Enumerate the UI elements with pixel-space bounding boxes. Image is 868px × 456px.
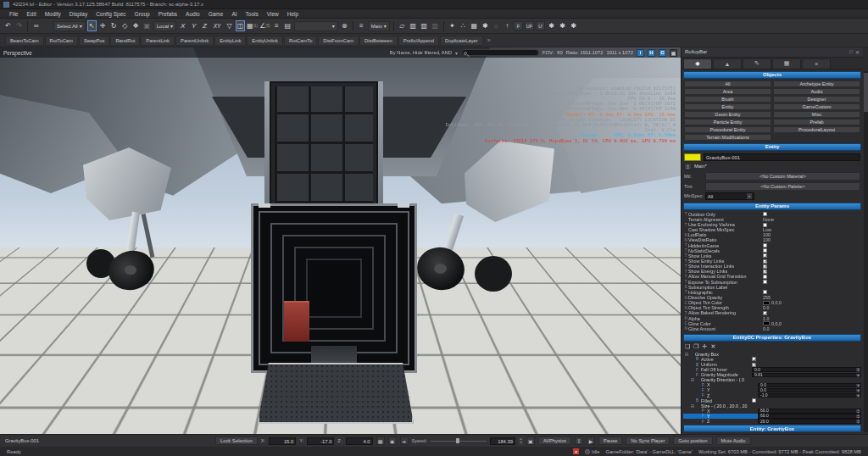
- clear-selection-icon[interactable]: ⊗: [340, 20, 349, 31]
- property-value-field[interactable]: 0.0▲▼: [758, 388, 861, 392]
- pause-physics-icon[interactable]: ||: [575, 437, 583, 445]
- menu-item[interactable]: File: [5, 11, 22, 17]
- param-value[interactable]: 0,0,0: [771, 300, 782, 305]
- menu-item[interactable]: View: [263, 11, 283, 17]
- link-icon[interactable]: ∞: [31, 20, 41, 31]
- property-value-field[interactable]: 0.0▲▼: [758, 383, 861, 387]
- param-checkbox[interactable]: [763, 259, 767, 264]
- utility-button[interactable]: DistFromCam: [318, 36, 359, 46]
- object-type-button[interactable]: Procedural Entity: [684, 126, 771, 133]
- step-physics-icon[interactable]: ▶: [587, 437, 595, 445]
- menu-item[interactable]: Edit: [22, 11, 40, 17]
- param-checkbox[interactable]: [763, 243, 767, 247]
- axis-x-button[interactable]: X: [178, 21, 187, 31]
- z-coord-field[interactable]: 4.0: [346, 437, 373, 445]
- param-value[interactable]: 0,0,0: [771, 321, 782, 326]
- object-type-button[interactable]: Particle Entity: [684, 119, 771, 125]
- param-checkbox[interactable]: [763, 270, 767, 274]
- y-coord-field[interactable]: -17.0: [307, 437, 334, 445]
- minspec-dropdown[interactable]: All▾: [705, 192, 754, 200]
- grid-tool-icon[interactable]: ▦: [470, 20, 479, 31]
- export-level-icon[interactable]: ▥: [431, 20, 440, 31]
- particle-tool-icon[interactable]: ∴: [459, 20, 468, 31]
- param-checkbox[interactable]: [763, 311, 767, 315]
- named-selection-dropdown[interactable]: ▾: [294, 21, 338, 31]
- object-type-button[interactable]: Geom Entity: [684, 111, 771, 118]
- f-mode-button[interactable]: F: [514, 21, 523, 31]
- object-type-button[interactable]: Designer: [773, 96, 860, 103]
- snap-terrain-icon[interactable]: ▽: [225, 20, 234, 31]
- coordinate-space-dropdown[interactable]: Local▾: [153, 21, 176, 31]
- object-type-button[interactable]: Misc: [773, 111, 860, 118]
- settings-gear2-icon[interactable]: ✱: [558, 20, 567, 31]
- align-icon[interactable]: ≡: [272, 20, 281, 31]
- u-mode-button[interactable]: U': [536, 21, 545, 31]
- menu-item[interactable]: Display: [65, 11, 92, 17]
- custom-material-button[interactable]: <No Custom Material>: [705, 172, 860, 181]
- utility-button[interactable]: EntityLink: [214, 36, 246, 46]
- collapse-all-icon[interactable]: ✕: [710, 343, 715, 350]
- save-level-icon[interactable]: ▥: [409, 20, 418, 31]
- viewport-search-input[interactable]: [469, 50, 537, 55]
- object-type-button[interactable]: Prefab: [773, 119, 860, 125]
- x-coord-field[interactable]: 15.0: [269, 437, 296, 445]
- viewport-3d-scene[interactable]: QA Service: enabled (build 8117575)Zone:…: [0, 47, 681, 434]
- object-type-button[interactable]: Terrain Modifications: [684, 134, 771, 141]
- param-checkbox[interactable]: [763, 253, 767, 258]
- menu-item[interactable]: Config Spec: [92, 11, 130, 17]
- menu-item[interactable]: Tools: [242, 11, 263, 17]
- lock-axis-icon[interactable]: ◉: [388, 437, 397, 445]
- save-layer-icon[interactable]: ▥: [420, 20, 429, 31]
- key-tool-icon[interactable]: ✦: [448, 20, 457, 31]
- param-checkbox[interactable]: [763, 248, 767, 253]
- utility-button[interactable]: Prefix/Append: [398, 36, 439, 46]
- speed-spinner[interactable]: ▲▼: [519, 437, 523, 445]
- info-toggle-button[interactable]: i: [637, 49, 644, 57]
- tab-terrain[interactable]: ▲: [713, 58, 742, 69]
- entity-footer-header[interactable]: Entity: GravityBox: [683, 425, 861, 432]
- simulate-icon[interactable]: ❖: [131, 20, 141, 31]
- property-value-field[interactable]: 20.0▲▼: [758, 419, 861, 423]
- terminal-icon[interactable]: ▣: [526, 437, 535, 445]
- param-color-swatch[interactable]: [763, 321, 770, 325]
- angle-snap-icon[interactable]: ∠(5): [259, 20, 270, 31]
- selection-mode-dropdown[interactable]: Select All▾: [53, 21, 86, 31]
- close-icon[interactable]: ✕: [855, 49, 860, 55]
- menu-item[interactable]: Group: [131, 11, 154, 17]
- resolution-label[interactable]: 1911 x 1072: [607, 50, 633, 55]
- paste-params-icon[interactable]: ❐: [693, 343, 698, 350]
- follow-terrain-icon[interactable]: ➔: [400, 437, 409, 445]
- objects-section-header[interactable]: Objects: [683, 71, 861, 79]
- unlink-icon[interactable]: [42, 20, 52, 31]
- speed-slider[interactable]: [431, 437, 487, 444]
- speed-slider-thumb[interactable]: [456, 438, 459, 443]
- layer-icon[interactable]: ≡: [684, 163, 692, 170]
- grid-toggle-icon[interactable]: ▦: [376, 437, 385, 445]
- param-value[interactable]: 1.0: [763, 316, 770, 321]
- utility-button[interactable]: DistBetween: [359, 36, 398, 46]
- scrollbar-thumb[interactable]: [864, 73, 868, 112]
- property-value-field[interactable]: 0.0▲▼: [752, 367, 861, 371]
- param-value[interactable]: 0.0: [763, 305, 770, 310]
- grid-snap-icon[interactable]: ▦(1): [247, 20, 258, 31]
- axis-y-button[interactable]: Y: [189, 21, 198, 31]
- pin-icon[interactable]: □: [849, 49, 853, 55]
- tab-layers[interactable]: ≡: [802, 58, 831, 69]
- utility-button[interactable]: ParentUnlink: [175, 36, 214, 46]
- menu-item[interactable]: AI: [227, 11, 241, 17]
- object-type-button[interactable]: Archetype Entity: [773, 81, 860, 87]
- helpers-toggle-button[interactable]: H: [648, 49, 655, 57]
- menu-item[interactable]: Help: [283, 11, 303, 17]
- utility-button[interactable]: ParentLink: [141, 36, 175, 46]
- property-value-field[interactable]: 60.0▲▼: [758, 409, 861, 413]
- select-object-icon[interactable]: ▣: [142, 20, 152, 31]
- param-color-swatch[interactable]: [763, 301, 770, 305]
- settings-gear-icon[interactable]: ✱: [547, 20, 556, 31]
- property-checkbox[interactable]: [752, 357, 756, 361]
- lock-selection-button[interactable]: Lock Selection: [215, 437, 258, 445]
- param-checkbox[interactable]: [763, 264, 767, 269]
- axis-xy-button[interactable]: XY: [211, 21, 223, 31]
- property-value-field[interactable]: 9.81▲▼: [752, 373, 861, 377]
- goto-position-button[interactable]: Goto position: [673, 437, 712, 445]
- layers-icon[interactable]: ≡: [357, 20, 366, 31]
